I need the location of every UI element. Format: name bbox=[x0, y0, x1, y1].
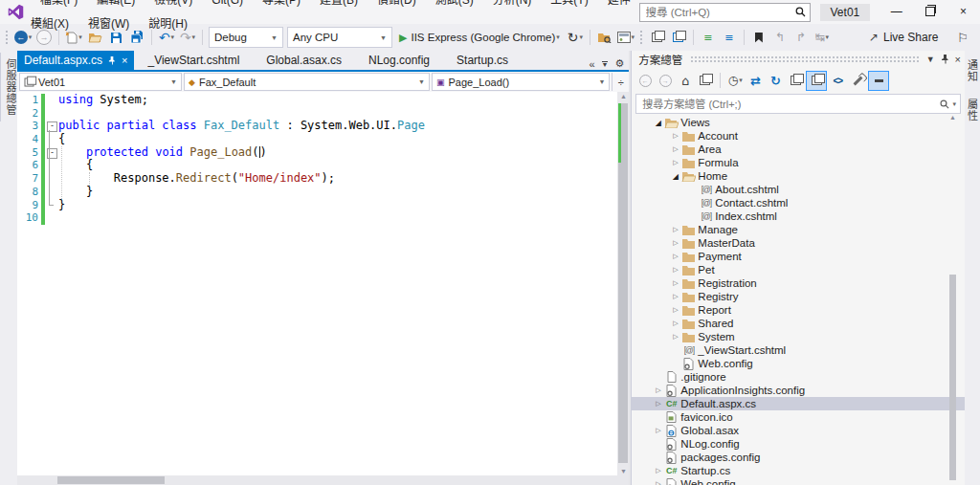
se-sync-with-active-document-button[interactable]: ⇄ bbox=[746, 72, 765, 90]
solution-configuration-dropdown[interactable]: Debug▼ bbox=[209, 27, 283, 48]
code-line[interactable]: 9} bbox=[17, 199, 617, 212]
solution-explorer-search[interactable]: ▾ bbox=[635, 94, 961, 114]
navigate-back-button[interactable]: ←▾ bbox=[13, 27, 33, 48]
tab-startup-cs[interactable]: Startup.cs bbox=[443, 51, 522, 70]
code-line[interactable]: 4{ bbox=[17, 133, 617, 146]
decrease-indent-button[interactable]: ≡ bbox=[699, 27, 718, 48]
outline-margin[interactable]: - bbox=[45, 120, 58, 133]
menu-item-n[interactable]: 分析(N) bbox=[483, 0, 542, 7]
expand-arrow-icon[interactable]: ▷ bbox=[653, 467, 663, 474]
live-share-button[interactable]: ↗ Live Share bbox=[859, 31, 947, 44]
menu-item-gitg[interactable]: Git(G) bbox=[202, 0, 253, 7]
clear-bookmarks-button[interactable]: ↹▾ bbox=[813, 27, 832, 48]
hot-reload-button[interactable]: ↻▾ bbox=[566, 27, 585, 48]
close-tab-icon[interactable]: × bbox=[122, 55, 127, 66]
se-nest-files-button[interactable] bbox=[786, 72, 805, 90]
code-line[interactable]: 7 Response.Redirect("Home/index"); bbox=[17, 172, 617, 186]
quick-search[interactable] bbox=[639, 3, 811, 22]
tree-item-account[interactable]: ▷Account bbox=[632, 129, 965, 143]
quick-search-input[interactable] bbox=[644, 6, 795, 19]
code-line[interactable]: 10 bbox=[17, 211, 617, 225]
autohide-tab-right-1[interactable]: 屬性 bbox=[963, 93, 980, 127]
tree-item-pet[interactable]: ▷Pet bbox=[632, 263, 965, 276]
expand-arrow-icon[interactable]: ▷ bbox=[670, 159, 680, 166]
tree-item-index-cshtml[interactable]: [@]Index.cshtml bbox=[632, 209, 965, 223]
tree-item-system[interactable]: ▷System bbox=[632, 330, 965, 343]
tab-global-asax-cs[interactable]: Global.asax.cs bbox=[253, 51, 355, 70]
tree-item-home[interactable]: ◢Home bbox=[632, 169, 965, 183]
collapse-arrow-icon[interactable]: ◢ bbox=[653, 119, 663, 127]
se-refresh-button[interactable]: ↻ bbox=[766, 72, 785, 90]
code-text[interactable]: } bbox=[58, 186, 617, 199]
undo-button[interactable]: ↶▾ bbox=[157, 27, 176, 48]
tree-item-masterdata[interactable]: ▷MasterData bbox=[632, 236, 965, 250]
search-options-icon[interactable]: ▾ bbox=[953, 100, 957, 108]
close-panel-icon[interactable]: × bbox=[955, 54, 961, 65]
navigate-to-button[interactable] bbox=[669, 27, 688, 48]
menu-item-v[interactable]: 檢視(V) bbox=[145, 0, 202, 7]
window-position-dropdown-icon[interactable]: ▼ bbox=[926, 55, 935, 64]
code-line[interactable]: 1using System; bbox=[17, 94, 617, 107]
tree-item-nlog-config[interactable]: NLog.config bbox=[632, 437, 965, 451]
tab-nlog-config[interactable]: NLog.config bbox=[355, 51, 443, 70]
code-text[interactable]: { bbox=[58, 159, 617, 172]
save-all-button[interactable] bbox=[127, 27, 146, 48]
tree-item-global-asax[interactable]: ▷Global.asax bbox=[632, 424, 965, 437]
toolbar-grip[interactable] bbox=[5, 30, 10, 45]
tree-item-report[interactable]: ▷Report bbox=[632, 303, 965, 317]
tree-item-applicationinsights-config[interactable]: ▷ApplicationInsights.config bbox=[632, 384, 965, 397]
se-switch-views-button[interactable]: ◂ bbox=[696, 72, 715, 90]
browser-link-button[interactable]: ▾ bbox=[616, 27, 635, 48]
menu-item-p[interactable]: 專案(P) bbox=[253, 0, 310, 7]
se-search-input[interactable] bbox=[640, 98, 936, 111]
menu-item-e[interactable]: 編輯(E) bbox=[87, 0, 145, 7]
expand-arrow-icon[interactable]: ▷ bbox=[670, 279, 680, 287]
expand-arrow-icon[interactable]: ▷ bbox=[653, 427, 663, 434]
se-vertical-scrollbar[interactable]: ▲ bbox=[948, 114, 957, 485]
previous-bookmark-button[interactable]: ↰ bbox=[770, 27, 790, 48]
code-line[interactable]: 6 { bbox=[17, 159, 617, 172]
tree-item-manage[interactable]: ▷Manage bbox=[632, 223, 965, 236]
expand-arrow-icon[interactable]: ▷ bbox=[653, 480, 663, 485]
tab-default-aspx-cs[interactable]: Default.aspx.cs × bbox=[17, 51, 134, 70]
find-in-files-button[interactable] bbox=[595, 27, 614, 48]
expand-arrow-icon[interactable]: ▷ bbox=[670, 306, 680, 314]
menu-item-b[interactable]: 建置(B) bbox=[310, 0, 368, 7]
code-line[interactable]: 5- protected void Page_Load() bbox=[17, 146, 617, 160]
outline-margin[interactable] bbox=[45, 186, 58, 199]
outline-margin[interactable] bbox=[45, 172, 58, 186]
member-dropdown[interactable]: ▣ Page_Load()▼ bbox=[432, 73, 610, 91]
outline-margin[interactable] bbox=[45, 159, 58, 172]
tree-item-web-config[interactable]: ▷Web.config bbox=[632, 477, 965, 485]
type-dropdown[interactable]: ◆ Fax_Default▼ bbox=[184, 73, 430, 91]
tree-item-area[interactable]: ▷Area bbox=[632, 143, 965, 156]
outline-margin[interactable] bbox=[45, 133, 58, 146]
expand-arrow-icon[interactable]: ▷ bbox=[670, 333, 680, 341]
tab-options-gear-icon[interactable]: ⚙ bbox=[614, 57, 624, 70]
split-editor-button[interactable]: ÷ bbox=[612, 73, 629, 91]
scroll-tabs-icon[interactable]: « bbox=[589, 58, 594, 70]
minimize-button[interactable]: — bbox=[880, 0, 913, 24]
tree-item-formula[interactable]: ▷Formula bbox=[632, 156, 965, 169]
menu-item-f[interactable]: 檔案(F) bbox=[31, 0, 87, 7]
solution-explorer-title-bar[interactable]: 方案總管 ▼ × bbox=[632, 51, 965, 68]
scrollbar-thumb[interactable] bbox=[57, 476, 165, 484]
se-view-code-button[interactable]: <> bbox=[828, 72, 847, 90]
toggle-bookmark-button[interactable] bbox=[749, 27, 768, 48]
se-properties-wrench-button[interactable] bbox=[848, 72, 867, 90]
code-editor[interactable]: 1using System;23-public partial class Fa… bbox=[17, 92, 629, 475]
tree-item-startup-cs[interactable]: ▷C#Startup.cs bbox=[632, 464, 965, 477]
tree-item-about-cshtml[interactable]: [@]About.cshtml bbox=[632, 183, 965, 196]
code-text[interactable]: protected void Page_Load() bbox=[58, 146, 617, 160]
tree-item-favicon-ico[interactable]: favicon.ico bbox=[632, 410, 965, 424]
expand-arrow-icon[interactable]: ▷ bbox=[670, 226, 680, 233]
se-back-button[interactable]: ← bbox=[635, 72, 655, 90]
code-line[interactable]: 2 bbox=[17, 107, 617, 121]
collapse-arrow-icon[interactable]: ◢ bbox=[670, 172, 680, 181]
expand-arrow-icon[interactable]: ▷ bbox=[670, 266, 680, 274]
scroll-up-icon[interactable]: ▲ bbox=[617, 93, 629, 99]
code-text[interactable]: public partial class Fax_Default : Syste… bbox=[58, 120, 617, 133]
tab--viewstart-cshtml[interactable]: _ViewStart.cshtml bbox=[134, 51, 253, 70]
open-file-button[interactable] bbox=[85, 27, 104, 48]
tree-item-viewstart-cshtml[interactable]: [@]_ViewStart.cshtml bbox=[632, 343, 965, 357]
